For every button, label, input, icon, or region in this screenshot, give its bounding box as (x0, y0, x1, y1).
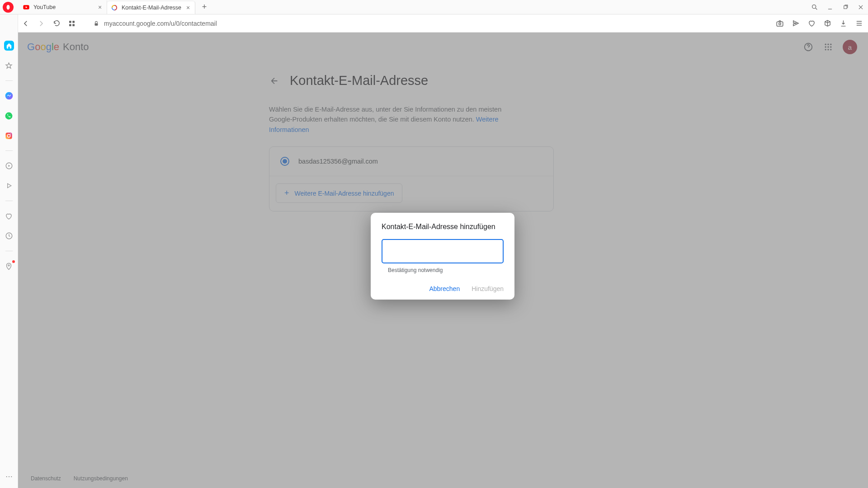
download-icon[interactable] (839, 19, 848, 28)
cube-icon[interactable] (823, 19, 832, 28)
svg-rect-7 (69, 24, 71, 26)
separator (5, 150, 13, 151)
player-icon[interactable] (4, 161, 14, 171)
sidebar-more-icon[interactable]: ⋯ (0, 472, 18, 481)
snapshot-icon[interactable] (775, 19, 784, 28)
svg-point-11 (779, 23, 781, 25)
svg-point-3 (812, 5, 816, 9)
whatsapp-icon[interactable] (4, 111, 14, 121)
svg-point-19 (8, 264, 9, 266)
tab-google-account[interactable]: Kontakt-E-Mail-Adresse × (107, 0, 195, 14)
svg-point-13 (5, 112, 13, 119)
back-icon[interactable] (21, 19, 31, 28)
tab-strip: YouTube × Kontakt-E-Mail-Adresse × + (0, 0, 868, 14)
modal-hint: Bestätigung notwendig (388, 267, 504, 273)
google-favicon-icon (111, 4, 118, 11)
tab-title: Kontakt-E-Mail-Adresse (122, 5, 181, 11)
svg-rect-6 (72, 21, 75, 23)
instagram-icon[interactable] (4, 131, 14, 141)
location-icon[interactable] (4, 261, 14, 271)
url-field[interactable]: myaccount.google.com/u/0/contactemail (90, 20, 770, 27)
speed-dial-icon[interactable] (67, 19, 77, 28)
heart-icon[interactable] (807, 19, 816, 28)
menu-icon[interactable] (854, 19, 863, 28)
address-bar: myaccount.google.com/u/0/contactemail (0, 14, 868, 33)
svg-rect-8 (72, 24, 75, 26)
address-bar-actions (775, 19, 863, 28)
separator (5, 251, 13, 251)
window-close-icon[interactable] (856, 3, 865, 12)
svg-rect-4 (844, 5, 847, 8)
svg-point-0 (7, 5, 10, 10)
close-icon[interactable]: × (185, 5, 191, 11)
youtube-favicon-icon (23, 4, 30, 11)
reload-icon[interactable] (52, 19, 61, 28)
forward-icon (36, 19, 46, 28)
tab-title: YouTube (33, 4, 93, 10)
new-tab-button[interactable]: + (198, 1, 211, 14)
play-icon[interactable] (4, 181, 14, 191)
pinboard-heart-icon[interactable] (4, 211, 14, 221)
separator (5, 80, 13, 81)
minimize-icon[interactable] (826, 3, 835, 12)
svg-rect-9 (95, 23, 98, 25)
browser-sidebar: ⋯ (0, 14, 18, 488)
sidebar-home-icon[interactable] (4, 41, 14, 51)
separator (5, 201, 13, 201)
send-icon[interactable] (791, 19, 800, 28)
window-controls (810, 0, 865, 14)
close-icon[interactable]: × (97, 4, 103, 10)
search-tabs-icon[interactable] (810, 3, 819, 12)
svg-point-16 (10, 133, 11, 134)
confirm-button: Hinzufügen (472, 285, 504, 292)
email-input[interactable] (382, 239, 504, 263)
opera-logo-icon[interactable] (3, 2, 14, 13)
svg-rect-10 (777, 22, 783, 26)
lock-icon (93, 20, 99, 27)
svg-rect-5 (69, 21, 71, 23)
browser-window: YouTube × Kontakt-E-Mail-Adresse × + mya… (0, 0, 868, 488)
tab-youtube[interactable]: YouTube × (19, 0, 107, 14)
maximize-icon[interactable] (841, 3, 850, 12)
add-email-modal: Kontakt-E-Mail-Adresse hinzufügen Bestät… (371, 213, 514, 300)
modal-title: Kontakt-E-Mail-Adresse hinzufügen (382, 223, 504, 231)
svg-rect-14 (5, 132, 12, 139)
url-text: myaccount.google.com/u/0/contactemail (104, 20, 217, 27)
cancel-button[interactable]: Abbrechen (429, 285, 460, 292)
history-icon[interactable] (4, 231, 14, 241)
messenger-icon[interactable] (4, 91, 14, 101)
bookmark-star-icon[interactable] (4, 61, 14, 70)
